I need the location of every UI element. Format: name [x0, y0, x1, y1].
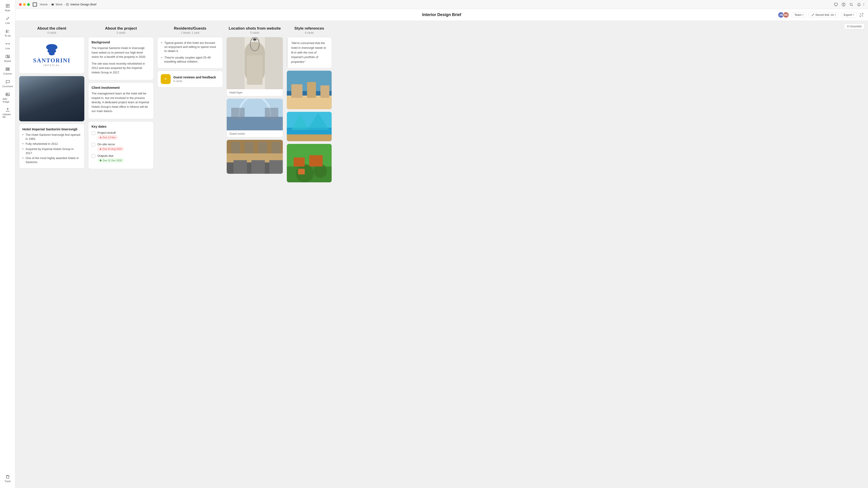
minimize-button[interactable] — [23, 3, 26, 6]
monitor-icon[interactable] — [834, 2, 838, 6]
logo-text-main: SANTORINI — [33, 57, 70, 64]
card-restaurant[interactable] — [226, 140, 283, 174]
guest-rooms-illustration — [227, 99, 283, 130]
sidebar-item-add-image-label: Add image — [3, 98, 13, 103]
sidebar-item-comment-label: Comment — [2, 85, 13, 88]
svg-point-36 — [100, 160, 101, 161]
foyer-illustration — [227, 37, 283, 89]
sidebar-item-link[interactable]: Link — [1, 14, 14, 26]
sidebar-item-line[interactable]: Line — [1, 40, 14, 52]
svg-line-31 — [852, 5, 853, 6]
svg-rect-12 — [8, 55, 9, 57]
restaurant-illustration — [227, 140, 283, 174]
card-guest-reviews[interactable]: Guest reviews and feedback 6 cards — [157, 71, 223, 88]
svg-rect-59 — [251, 160, 265, 174]
card-aerial-resort[interactable] — [287, 144, 332, 183]
sidebar-item-comment[interactable]: Comment — [1, 78, 14, 90]
card-background-body: Background The Imperial Santorini Hotel … — [88, 37, 153, 80]
breadcrumb-home[interactable]: Home — [40, 3, 48, 6]
svg-rect-58 — [234, 160, 247, 174]
help-icon[interactable] — [842, 2, 846, 6]
page-title: Interior Design Brief — [422, 12, 461, 17]
column-residents-guests: Residents/Guests 1 board, 1 card Typical… — [157, 26, 223, 185]
team-button[interactable]: Team ▾ — [792, 12, 806, 18]
sidebar-item-todo[interactable]: To-do — [1, 27, 14, 39]
column-about-project-header: About the project 3 cards — [88, 26, 154, 34]
note-icon — [5, 4, 10, 8]
card-guest-rooms[interactable]: Guest rooms — [226, 98, 283, 137]
avatar-2: MK — [783, 12, 789, 18]
layers-icon — [163, 76, 168, 82]
close-button[interactable] — [19, 3, 22, 6]
svg-rect-13 — [8, 57, 9, 58]
secret-link-button[interactable]: Secret link: on ▾ — [809, 12, 838, 18]
date-item-kickoff: Project kickoff Due 13 Nov — [92, 131, 150, 139]
breadcrumb-current[interactable]: Interior Design Brief — [66, 3, 96, 6]
checkbox-kickoff[interactable] — [92, 131, 95, 135]
svg-rect-25 — [834, 3, 837, 5]
card-hotel-info[interactable]: Hotel Imperial Santorini Imerovigli The … — [19, 124, 85, 168]
date-outputs-content: Outputs due Due 31 Dec 2020 — [97, 154, 150, 162]
column-location-title: Location shots from website — [226, 26, 283, 31]
style-quote-body: "We're concerned that the hotel in Imero… — [287, 37, 332, 68]
column-style-references: Style references 4 cards "We're concerne… — [287, 26, 332, 185]
app-header: Interior Design Brief JB MK Team ▾ Secre… — [16, 9, 868, 21]
hotel-info-title: Hotel Imperial Santorini Imerovigli — [22, 127, 81, 131]
breadcrumb: Home › Work › Interior Design Brief — [40, 3, 96, 6]
svg-point-37 — [164, 77, 168, 81]
export-button[interactable]: Export ▾ — [841, 12, 857, 18]
svg-rect-49 — [231, 108, 245, 119]
resort2-photo — [287, 112, 332, 141]
checkbox-outputs[interactable] — [92, 154, 95, 158]
column-residents-subtitle: 1 board, 1 card — [157, 31, 223, 34]
aerial-illustration — [287, 144, 332, 182]
card-key-dates[interactable]: Key dates Project kickoff Due 13 Nov — [88, 121, 154, 169]
app-icon — [33, 2, 37, 7]
sidebar-item-trash[interactable]: Trash — [1, 473, 14, 484]
date-outputs-badge: Due 31 Dec 2020 — [97, 158, 124, 162]
svg-rect-4 — [6, 30, 7, 31]
sidebar-item-note[interactable]: Note — [1, 2, 14, 13]
sidebar-item-line-label: Line — [5, 47, 10, 50]
board-icon-guest-reviews — [161, 74, 170, 84]
sidebar-item-column[interactable]: Column — [1, 65, 14, 77]
link-icon — [5, 16, 10, 21]
notification-icon[interactable] — [857, 2, 861, 6]
header-actions: JB MK Team ▾ Secret link: on ▾ Export ▾ — [778, 12, 864, 18]
card-hotel-foyer[interactable]: Hotel foyer — [226, 37, 283, 96]
card-residents-bullets[interactable]: Typical guests of this hotel are focused… — [157, 37, 223, 68]
svg-rect-21 — [52, 4, 54, 5]
svg-rect-76 — [298, 169, 305, 174]
breadcrumb-sep-2: › — [64, 3, 65, 6]
column-residents-title: Residents/Guests — [157, 26, 223, 31]
column-location-shots: Location shots from website 5 cards — [226, 26, 283, 185]
svg-rect-6 — [6, 32, 7, 33]
card-resort2[interactable] — [287, 111, 332, 141]
breadcrumb-work[interactable]: Work — [51, 3, 62, 6]
svg-point-30 — [850, 3, 852, 5]
guest-rooms-caption: Guest rooms — [227, 130, 283, 137]
canvas[interactable]: 0 Unsorted About the client 4 cards — [16, 21, 868, 488]
checkbox-recce[interactable] — [92, 143, 95, 147]
date-kickoff-badge: Due 13 Nov — [97, 135, 118, 139]
search-icon[interactable] — [849, 2, 853, 6]
card-santorini-logo[interactable]: SANTORINI IMPERIAL — [19, 37, 85, 74]
maximize-button[interactable] — [27, 3, 30, 6]
date-recce-badge: Due 15 Aug 2020 — [97, 147, 124, 151]
sidebar-item-upload-file[interactable]: Upload file — [1, 106, 14, 120]
todo-icon — [5, 29, 10, 33]
board-info: Guest reviews and feedback 6 cards — [174, 75, 219, 83]
column-style-title: Style references — [287, 26, 332, 31]
card-client-body: Client involvement The management team a… — [88, 83, 153, 119]
card-client-involvement[interactable]: Client involvement The management team a… — [88, 83, 154, 119]
date-kickoff-label: Project kickoff — [97, 131, 150, 134]
card-resort-aerial[interactable] — [287, 70, 332, 109]
sidebar-item-board[interactable]: Board — [1, 53, 14, 64]
sidebar-item-add-image[interactable]: Add image — [1, 90, 14, 105]
card-style-quote[interactable]: "We're concerned that the hotel in Imero… — [287, 37, 332, 68]
card-background[interactable]: Background The Imperial Santorini Hotel … — [88, 37, 154, 80]
upload-icon — [5, 107, 10, 112]
background-title: Background — [92, 40, 150, 44]
expand-icon[interactable] — [860, 13, 864, 17]
card-interior-photo[interactable] — [19, 76, 85, 122]
